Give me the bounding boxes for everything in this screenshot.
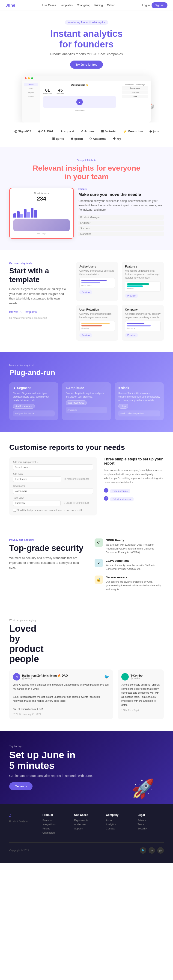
logo-kry: ✚ kry <box>113 137 121 140</box>
logo: June <box>6 3 15 8</box>
form-input-trackzoom[interactable]: Zoom event <box>13 488 93 494</box>
logo-mercurium: ⚡ Mercurium <box>123 129 143 133</box>
footer-link-about[interactable]: About <box>106 819 132 822</box>
step-2: 2 Select audience → <box>104 496 164 501</box>
linkedin-social-btn[interactable]: in <box>149 847 155 854</box>
cta-section: Try today Set up June in 5 minutes Get i… <box>0 731 173 804</box>
plug-card-logo-1: ▲ Segment <box>13 386 54 390</box>
template-card-desc-4: An effort summary so you can only on you… <box>125 312 160 319</box>
nav-link-usecases[interactable]: Use Cases <box>42 4 56 7</box>
customize-headline: Customise reports to your needs <box>9 443 164 452</box>
github-social-btn[interactable]: gh <box>157 847 164 854</box>
template-btn-1[interactable]: Preview <box>79 290 92 294</box>
mockup-footer-text: Active users <box>43 110 116 111</box>
nav-link-github[interactable]: Github <box>107 4 115 7</box>
sidebar-item-settings: Settings <box>24 95 38 98</box>
logos-section: ◎ SignalOS ◈ CAUSAL ✦ copy.ai ↗ Arrows ⊞… <box>0 123 173 147</box>
play-button[interactable]: ▶ <box>76 99 83 105</box>
step-1: 1 Pick a set up → <box>104 488 164 493</box>
checkbox-input[interactable] <box>13 509 16 512</box>
footer-link-integrations[interactable]: Integrations <box>42 823 69 826</box>
footer-link-contact[interactable]: Contact <box>106 827 132 830</box>
cta-button[interactable]: Get early <box>9 782 32 790</box>
template-preview-3: Retention <box>79 321 115 331</box>
template-btn-4[interactable]: Preview <box>125 333 138 337</box>
stat1-label: Active users <box>43 93 52 94</box>
steps-desc: June connects to your company's analytic… <box>104 468 164 484</box>
testimonial-name-side: T-Combo <box>131 674 143 677</box>
avatar-side: T <box>121 673 129 681</box>
preview-bar-5 <box>82 323 110 325</box>
plug-card-btn-3[interactable]: Help <box>119 404 128 409</box>
footer-link-changelog[interactable]: Changelog <box>42 831 69 834</box>
nav-link-pricing[interactable]: Pricing <box>95 4 103 7</box>
twitter-social-btn[interactable]: 🐦 <box>140 847 146 854</box>
footer-link-terms[interactable]: Terms <box>138 823 164 826</box>
footer-link-analytics[interactable]: Analytics <box>106 823 132 826</box>
plug-card-note-2: Amplitude <box>66 407 107 413</box>
feature-title: Make sure you move the needle <box>78 192 164 197</box>
plug-card-btn-2[interactable]: Add first source <box>66 400 87 405</box>
footer-grid: J Product Analytics Product Features Int… <box>9 813 164 835</box>
form-input-pageview[interactable]: Pageview <box>13 500 61 506</box>
browse-link[interactable]: Browse 70+ templates → <box>9 310 40 313</box>
footer-link-features[interactable]: Features <box>42 819 69 822</box>
step-action-1[interactable]: Pick a set up → <box>110 489 130 493</box>
chart-bars <box>13 204 70 218</box>
template-btn-2[interactable]: Preview <box>125 294 138 298</box>
mockup-right-item-2: PennyLane <box>122 91 148 94</box>
form-input-signup[interactable]: Search event... <box>13 465 93 470</box>
template-btn-3[interactable]: Preview <box>79 333 92 337</box>
footer-brand: J Product Analytics <box>9 813 37 835</box>
footer-social: 🐦 in gh <box>140 847 164 854</box>
footer-link-security[interactable]: Security <box>138 827 164 830</box>
template-card-desc-2: You need to understand best features so … <box>125 269 160 280</box>
footer-link-experiments[interactable]: Experiments <box>74 819 101 822</box>
footer-col-title-legal: Legal <box>138 813 164 816</box>
footer-col-title-company: Company <box>106 813 132 816</box>
role-list: Product Manager Engineer Success Marketi… <box>78 215 164 236</box>
logo-copyai: ✦ copy.ai <box>60 129 74 133</box>
form-checkbox[interactable]: Send the last person who ever entered to… <box>13 509 93 512</box>
signup-button[interactable]: Sign up <box>152 2 167 8</box>
bar-4 <box>24 209 27 218</box>
role-marketing: Marketing <box>78 232 164 236</box>
login-button[interactable]: Log in <box>142 4 150 7</box>
logo-qonto: ▣ qonto <box>52 137 64 140</box>
template-card-company: Company An effort summary so you can onl… <box>122 305 164 341</box>
plug-card-btn-1[interactable]: Add from source <box>13 404 35 409</box>
navbar: June Use Cases Templates Changelog Prici… <box>0 0 173 11</box>
form-label-trackzoom: Track zoom <box>13 485 93 487</box>
mockup-chart: ▶ <box>43 96 116 108</box>
templates-tag: Get started quickly <box>9 262 69 264</box>
form-measure-label: Is measure retention for → <box>63 476 93 482</box>
step-action-2[interactable]: Select audience → <box>110 497 133 501</box>
role-pm: Product Manager <box>78 215 164 220</box>
mockup-sidebar: Home Users Reports Settings <box>22 81 40 123</box>
footer-col-title-usecases: Use Cases <box>74 813 101 816</box>
logo-adastone: ◇ Adastone <box>89 137 106 140</box>
plug-card-desc-3: Receive Slack notifications and collabor… <box>119 391 160 402</box>
hero-cta-button[interactable]: Try June for free <box>70 60 103 68</box>
form-input-event[interactable]: Event name <box>13 476 61 482</box>
plug-card-amplitude: ⟑ Amplitude Connect Amplitude together a… <box>62 382 111 420</box>
mockup-welcome: Welcome back 👋 <box>43 84 116 86</box>
sidebar-item-home: Home <box>24 83 38 86</box>
footer-link-support[interactable]: Support <box>74 827 101 830</box>
footer-link-audiences[interactable]: Audiences <box>74 823 101 826</box>
plug-tag: No expertise required <box>9 364 164 366</box>
nav-link-templates[interactable]: Templates <box>60 4 73 7</box>
bar-5 <box>27 212 30 218</box>
logo-arrows: ↗ Arrows <box>80 129 95 133</box>
window-dot-yellow <box>28 77 30 79</box>
nav-link-changelog[interactable]: Changelog <box>77 4 90 7</box>
footer-link-pricing[interactable]: Pricing <box>42 827 69 830</box>
form-item-signup: Add your signup event → Search event... <box>13 461 93 470</box>
security-section: Privacy and security Top-grade security … <box>0 527 173 607</box>
logo-factorial: ⊞ factorial <box>101 129 117 133</box>
chart-label: New this week <box>13 192 70 194</box>
footer-link-privacy[interactable]: Privacy <box>138 819 164 822</box>
footer-col-usecases: Use Cases Experiments Audiences Support <box>74 813 101 835</box>
customize-section: Customise reports to your needs Add your… <box>0 432 173 527</box>
form-usage-label: // usage for your product → <box>62 500 93 506</box>
